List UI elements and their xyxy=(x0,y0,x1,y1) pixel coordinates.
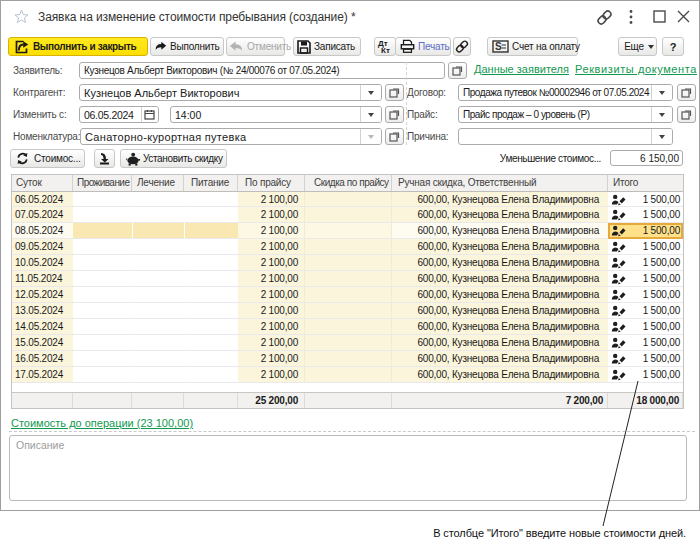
svg-text:S: S xyxy=(495,41,502,52)
